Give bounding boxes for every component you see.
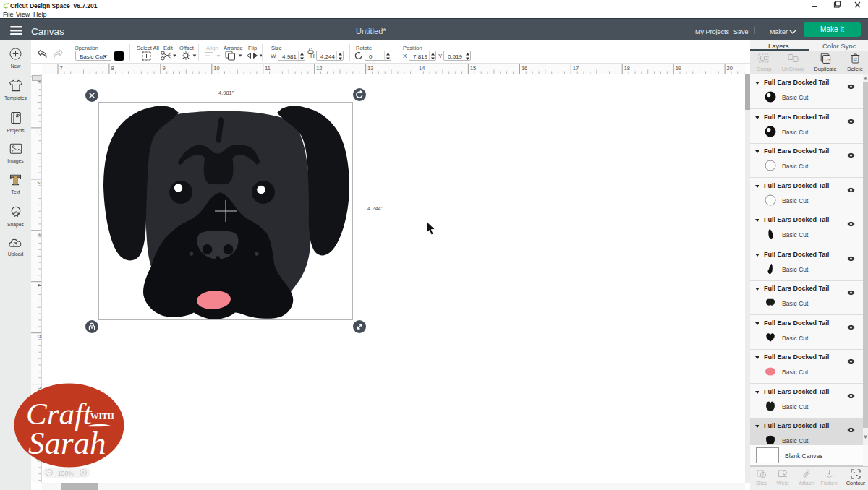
svg-text:7: 7: [60, 65, 63, 72]
svg-text:17: 17: [573, 65, 579, 72]
svg-text:12: 12: [854, 58, 858, 61]
svg-text:4: 4: [36, 284, 42, 287]
svg-text:15: 15: [470, 65, 476, 72]
svg-text:11: 11: [265, 65, 271, 72]
svg-text:13: 13: [367, 65, 373, 72]
svg-text:19: 19: [676, 65, 681, 72]
svg-text:8: 8: [111, 65, 114, 72]
svg-text:3: 3: [36, 233, 42, 236]
svg-text:5: 5: [36, 335, 42, 338]
svg-text:9: 9: [162, 65, 165, 72]
svg-text:10: 10: [213, 65, 219, 72]
svg-text:WITH: WITH: [90, 412, 114, 421]
svg-text:Sarah: Sarah: [28, 425, 106, 461]
svg-text:1: 1: [36, 130, 42, 133]
svg-text:14: 14: [419, 65, 425, 72]
svg-text:123: 123: [824, 58, 830, 62]
svg-text:12: 12: [316, 65, 322, 72]
svg-text:18: 18: [624, 65, 630, 72]
svg-text:16: 16: [522, 65, 527, 72]
svg-text:2: 2: [36, 181, 42, 184]
svg-text:20: 20: [727, 65, 733, 72]
